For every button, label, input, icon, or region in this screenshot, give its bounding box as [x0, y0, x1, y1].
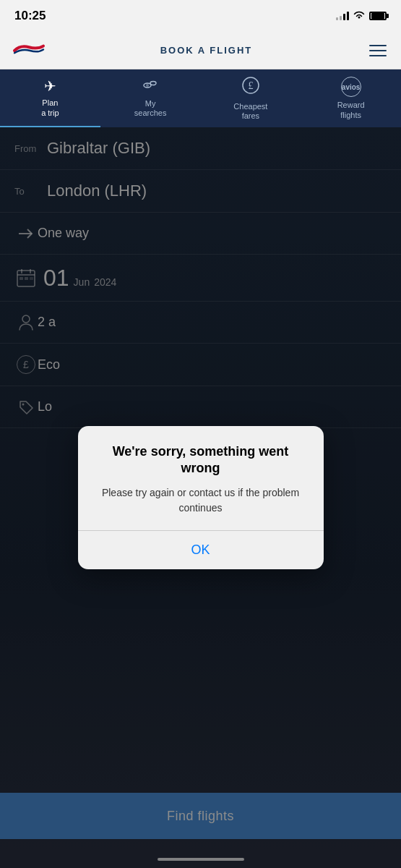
- searches-icon: [142, 79, 159, 95]
- cheapest-fares-icon: £: [241, 76, 260, 98]
- plane-icon: ✈: [44, 77, 56, 95]
- battery-icon: [369, 12, 387, 20]
- status-time: 10:25: [14, 9, 46, 23]
- error-overlay: We're sorry, something went wrong Please…: [0, 127, 401, 868]
- tab-searches-label: Mysearches: [134, 99, 167, 118]
- avios-icon: avios: [341, 77, 361, 97]
- tab-navigation: ✈ Plana trip Mysearches £ Cheapest: [0, 69, 401, 127]
- svg-point-2: [146, 84, 149, 87]
- signal-icon: [336, 12, 349, 20]
- ba-logo: [12, 39, 46, 62]
- dialog-actions: OK: [78, 531, 324, 569]
- page: 10:25 BOOK A F: [0, 0, 401, 868]
- header-title: BOOK A FLIGHT: [160, 45, 253, 56]
- dialog-body: We're sorry, something went wrong Please…: [78, 426, 324, 531]
- error-dialog: We're sorry, something went wrong Please…: [78, 426, 324, 570]
- content-area: From Gibraltar (GIB) To London (LHR) One…: [0, 127, 401, 868]
- status-bar: 10:25: [0, 0, 401, 32]
- tab-plan-label: Plana trip: [41, 98, 59, 117]
- tab-reward-flights[interactable]: avios Rewardflights: [301, 69, 401, 127]
- svg-text:£: £: [248, 80, 253, 91]
- tab-cheapest-fares[interactable]: £ Cheapestfares: [201, 69, 301, 127]
- wifi-icon: [353, 10, 365, 22]
- tab-cheapest-label: Cheapestfares: [233, 102, 267, 121]
- hamburger-menu-button[interactable]: [366, 42, 389, 59]
- status-icons: [336, 10, 387, 22]
- tab-plan-trip[interactable]: ✈ Plana trip: [0, 69, 100, 127]
- tab-my-searches[interactable]: Mysearches: [100, 69, 201, 127]
- dialog-title: We're sorry, something went wrong: [98, 443, 303, 477]
- tab-reward-label: Rewardflights: [337, 101, 365, 119]
- dialog-ok-button[interactable]: OK: [78, 531, 324, 569]
- svg-point-1: [150, 81, 156, 85]
- app-header: BOOK A FLIGHT: [0, 32, 401, 69]
- dialog-message: Please try again or contact us if the pr…: [98, 485, 303, 516]
